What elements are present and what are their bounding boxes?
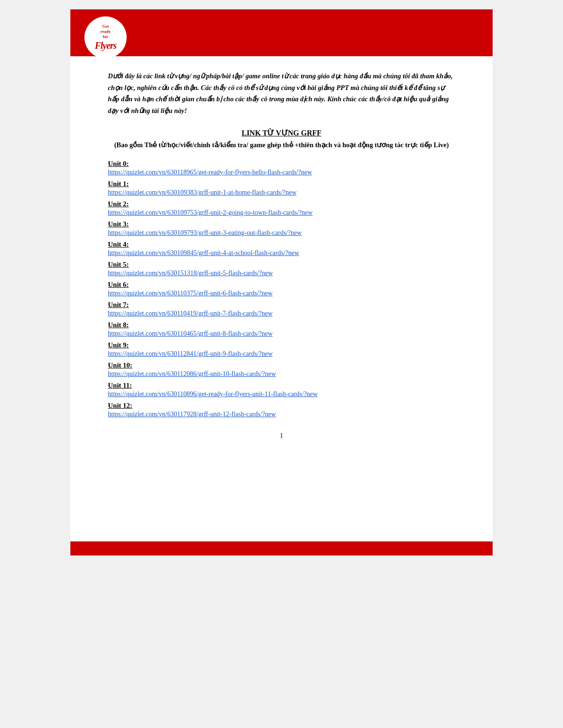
unit-link-7[interactable]: https://quizlet.com/vn/630110419/grff-un… xyxy=(108,310,455,317)
unit-link-12[interactable]: https://quizlet.com/vn/630117928/grff-un… xyxy=(108,411,455,418)
unit-label-8: Unit 8: xyxy=(108,321,455,329)
unit-link-4[interactable]: https://quizlet.com/vn/630109845/grff-un… xyxy=(108,249,455,257)
unit-block-1: Unit 1:https://quizlet.com/vn/630109383/… xyxy=(108,180,455,196)
unit-label-0: Unit 0: xyxy=(108,160,455,168)
unit-label-12: Unit 12: xyxy=(108,402,455,410)
unit-link-5[interactable]: https://quizlet.com/vn/630151318/grff-un… xyxy=(108,270,455,277)
unit-label-1: Unit 1: xyxy=(108,180,455,188)
unit-block-12: Unit 12:https://quizlet.com/vn/630117928… xyxy=(108,402,455,418)
unit-label-6: Unit 6: xyxy=(108,281,455,289)
unit-label-10: Unit 10: xyxy=(108,361,455,369)
logo: Get ready for Flyers xyxy=(84,16,127,59)
unit-block-8: Unit 8:https://quizlet.com/vn/630110465/… xyxy=(108,321,455,338)
unit-label-3: Unit 3: xyxy=(108,220,455,228)
unit-block-9: Unit 9:https://quizlet.com/vn/630112841/… xyxy=(108,341,455,358)
intro-text: Dưới đây là các link từ vựng/ ngữ pháp/b… xyxy=(108,70,455,117)
unit-block-5: Unit 5:https://quizlet.com/vn/630151318/… xyxy=(108,261,455,277)
unit-block-3: Unit 3:https://quizlet.com/vn/630109793/… xyxy=(108,220,455,237)
header-bar: Get ready for Flyers xyxy=(70,9,493,56)
unit-link-11[interactable]: https://quizlet.com/vn/630110896/get-rea… xyxy=(108,390,455,398)
unit-link-0[interactable]: https://quizlet.com/vn/630118965/get-rea… xyxy=(108,169,455,176)
unit-link-1[interactable]: https://quizlet.com/vn/630109383/grff-un… xyxy=(108,189,455,196)
unit-block-11: Unit 11:https://quizlet.com/vn/630110896… xyxy=(108,382,455,398)
page: Get ready for Flyers Dưới đây là các lin… xyxy=(70,9,493,555)
footer-bar xyxy=(70,541,493,555)
unit-block-2: Unit 2:https://quizlet.com/vn/630109753/… xyxy=(108,200,455,217)
unit-label-9: Unit 9: xyxy=(108,341,455,349)
unit-block-4: Unit 4:https://quizlet.com/vn/630109845/… xyxy=(108,240,455,257)
unit-label-5: Unit 5: xyxy=(108,261,455,269)
unit-block-6: Unit 6:https://quizlet.com/vn/630110375/… xyxy=(108,281,455,297)
unit-link-6[interactable]: https://quizlet.com/vn/630110375/grff-un… xyxy=(108,290,455,297)
units-list: Unit 0:https://quizlet.com/vn/630118965/… xyxy=(108,160,455,418)
unit-label-7: Unit 7: xyxy=(108,301,455,309)
page-number: 1 xyxy=(108,432,455,440)
section-subtitle: (Bao gồm Thẻ từ/học/viết/chính tả/kiểm t… xyxy=(108,140,455,150)
unit-block-0: Unit 0:https://quizlet.com/vn/630118965/… xyxy=(108,160,455,176)
unit-block-7: Unit 7:https://quizlet.com/vn/630110419/… xyxy=(108,301,455,317)
unit-link-9[interactable]: https://quizlet.com/vn/630112841/grff-un… xyxy=(108,350,455,358)
unit-label-2: Unit 2: xyxy=(108,200,455,208)
unit-label-11: Unit 11: xyxy=(108,382,455,390)
section-title: LINK TỪ VỰNG GRFF xyxy=(108,128,455,137)
unit-link-10[interactable]: https://quizlet.com/vn/630112086/grff-un… xyxy=(108,370,455,378)
content: Dưới đây là các link từ vựng/ ngữ pháp/b… xyxy=(70,56,493,458)
unit-block-10: Unit 10:https://quizlet.com/vn/630112086… xyxy=(108,361,455,378)
logo-brand: Flyers xyxy=(95,40,116,51)
unit-label-4: Unit 4: xyxy=(108,240,455,248)
unit-link-3[interactable]: https://quizlet.com/vn/630109793/grff-un… xyxy=(108,229,455,237)
logo-text-top: Get ready for xyxy=(100,24,111,39)
unit-link-8[interactable]: https://quizlet.com/vn/630110465/grff-un… xyxy=(108,330,455,338)
unit-link-2[interactable]: https://quizlet.com/vn/630109753/grff-un… xyxy=(108,209,455,217)
